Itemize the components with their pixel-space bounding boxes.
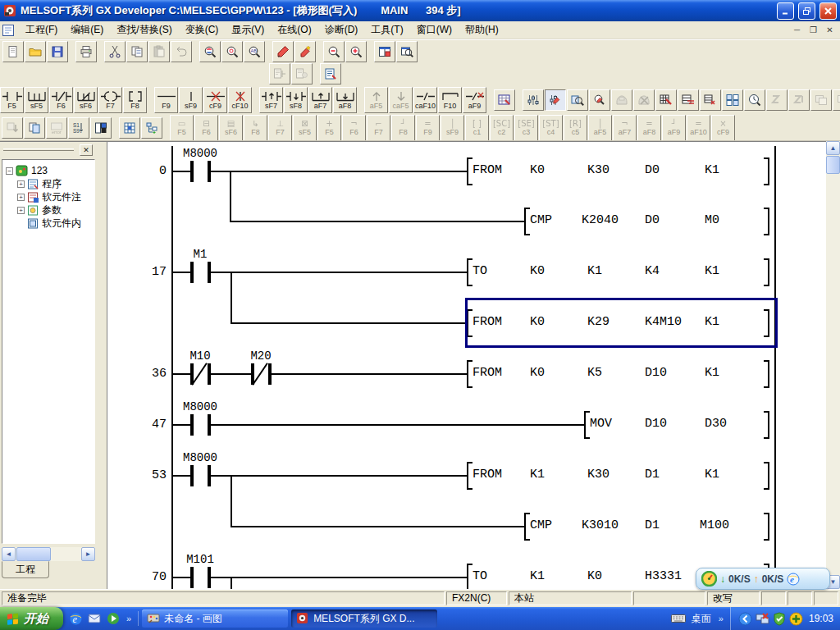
paste-button[interactable] [148,41,170,62]
monitor-write-mode-button[interactable] [294,41,316,62]
open-project-button[interactable] [25,41,46,62]
step-stop-button[interactable] [788,89,810,111]
instruction-cell[interactable]: MOV [590,417,612,431]
sfc-jump-button[interactable]: ↳F8 [244,115,267,141]
instruction-cell[interactable]: K1 [530,468,545,482]
sfc-initial-step-button[interactable]: ⊟F6 [194,115,218,141]
instruction-cell[interactable]: K1 [530,569,545,583]
instruction-cell[interactable]: K0 [530,163,545,177]
instruction-cell[interactable]: D10 [645,417,667,431]
contact[interactable] [193,168,208,175]
instruction-cell[interactable]: K2040 [582,213,619,227]
sfc-end-step-button[interactable]: ⊥F7 [268,115,292,141]
child-restore-button[interactable]: ❐ [806,24,820,36]
delete-vertical-line-button[interactable]: cF10 [228,87,252,113]
instruction-cell[interactable]: CMP [530,518,552,532]
expand-icon[interactable]: + [17,207,25,214]
instruction-cell[interactable]: K30 [587,163,609,177]
closed-contact-button[interactable]: F6 [49,87,73,113]
parallel-open-contact-button[interactable]: sF5 [25,87,48,113]
instruction-cell[interactable]: D30 [705,417,727,431]
parallel-closed-contact-button[interactable]: sF6 [74,87,98,113]
panel-close-button[interactable]: ✕ [80,144,93,156]
zoom-in-button[interactable] [345,41,367,62]
instruction-cell[interactable]: D1 [645,468,660,482]
menu-5[interactable]: 在线(O) [271,21,317,39]
instruction-cell[interactable]: FROM [472,468,502,482]
sfc-block-start-button[interactable]: ⊠sF5 [293,115,317,141]
step-ladder-button[interactable]: F10 [438,87,462,113]
find-window-button[interactable] [396,41,418,62]
instruction-cell[interactable]: TO [472,569,487,583]
sfc-c4-button[interactable]: [ST]c4 [539,115,563,141]
tree-item-0[interactable]: +程序 [2,177,94,190]
menu-1[interactable]: 编辑(E) [64,21,110,39]
sfc-c3-button[interactable]: [SE]c3 [514,115,538,141]
sfc-transition-button[interactable]: +F5 [317,115,341,141]
instruction-cell[interactable]: D0 [645,213,660,227]
ladder-test-button[interactable] [700,89,721,111]
start-button[interactable]: 开始 [0,607,63,630]
scroll-thumb[interactable] [826,156,840,174]
instruction-cell[interactable]: K30 [587,468,609,482]
invert-result-button[interactable]: caF10 [413,87,437,113]
menu-4[interactable]: 显示(V) [225,21,271,39]
sfc-blocks-button[interactable] [24,117,45,139]
expand-icon[interactable]: + [17,180,25,188]
sfc-c5-button[interactable]: [R]c5 [564,115,587,141]
sfc-step-button[interactable]: ▭F5 [170,115,194,141]
menu-6[interactable]: 诊断(D) [318,21,365,39]
find-device-button[interactable] [199,41,221,62]
scroll-right-button[interactable]: ► [81,547,95,561]
project-tab[interactable]: 工程 [2,561,49,578]
collapse-icon[interactable]: − [6,167,13,175]
ladder-list-toggle-button[interactable] [494,89,515,111]
contact[interactable] [193,422,208,428]
remote-stop-button[interactable] [633,89,655,111]
sfc-a1-button[interactable]: │aF5 [588,115,612,141]
instruction-cell[interactable]: FROM [472,366,502,380]
ie-icon[interactable]: e [68,611,83,626]
menu-3[interactable]: 变换(C) [179,21,226,39]
desktop-chevron[interactable]: » [717,614,725,623]
sfc-tree-button[interactable] [141,117,162,139]
edit-down-button[interactable]: caF5 [389,87,413,113]
desktop-label[interactable]: 桌面 [692,612,711,626]
instruction-cell[interactable]: M0 [705,213,719,227]
monitor-write-button[interactable] [545,89,566,111]
instruction-cell[interactable]: D0 [645,163,660,177]
cut-button[interactable] [104,41,126,62]
sfc-a3-button[interactable]: =aF8 [637,115,661,141]
instruction-cell[interactable]: K1 [705,315,719,329]
net-speed-widget[interactable]: ↓ 0K/S ↑ 0K/S e [696,568,830,590]
menu-2[interactable]: 查找/替换(S) [110,21,178,39]
sfc-a4-button[interactable]: ┘aF9 [662,115,686,141]
step-run-button[interactable] [766,89,788,111]
taskbar-task-0[interactable]: 未命名 - 画图 [142,609,288,628]
sfc-c2-button[interactable]: [SC]c2 [490,115,514,141]
update-icon[interactable] [789,612,803,626]
find-string-button[interactable]: AB [244,41,265,62]
instruction-cell[interactable]: K1 [705,264,719,278]
scroll-up-button[interactable]: ▲ [826,141,840,155]
instruction-cell[interactable]: FROM [472,315,502,329]
instruction-cell[interactable]: K0 [530,315,545,329]
instruction-cell[interactable]: K0 [530,264,545,278]
copy-button[interactable] [126,41,148,62]
instruction-cell[interactable]: M100 [700,518,729,532]
coil-button[interactable]: F7 [98,87,122,113]
sfc-a2-button[interactable]: ¬aF7 [613,115,637,141]
write-mode-button[interactable] [272,41,294,62]
menu-7[interactable]: 工具(T) [364,21,409,39]
instruction-cell[interactable]: D10 [645,366,667,380]
rising-pulse-button[interactable]: sF7 [259,87,283,113]
instruction-cell[interactable]: K29 [587,315,609,329]
scan-time-button[interactable] [744,89,765,111]
sfc-error-button[interactable]: error [46,117,67,139]
restore-button[interactable] [798,2,815,20]
sfc-a5-button[interactable]: =aF10 [687,115,710,141]
delete-operation-button[interactable]: aF9 [463,87,486,113]
zoom-out-button[interactable] [323,41,345,62]
window-a-button[interactable] [810,89,832,111]
sfc-vertical-button[interactable]: │sF9 [441,115,464,141]
